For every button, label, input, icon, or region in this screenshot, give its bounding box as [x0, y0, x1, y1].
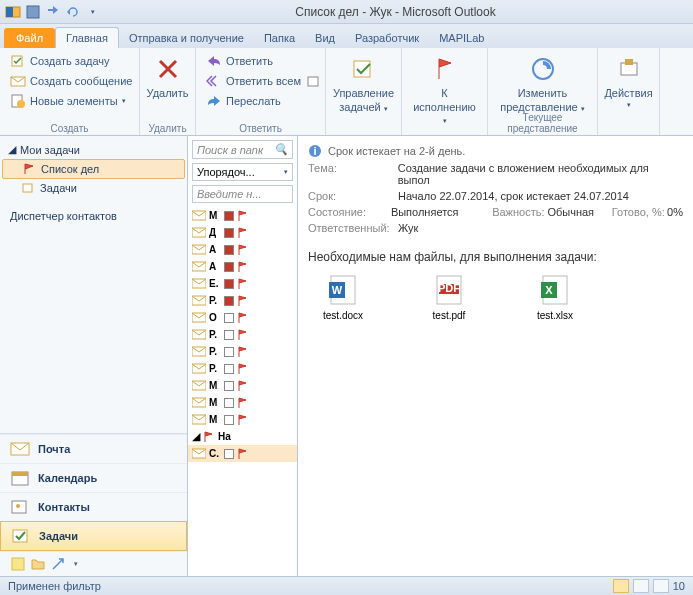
- folder-icon[interactable]: [30, 556, 46, 572]
- actions-button[interactable]: Действия ▾: [598, 51, 658, 111]
- task-row[interactable]: Р.: [188, 343, 297, 360]
- task-row[interactable]: М: [188, 394, 297, 411]
- flag-icon[interactable]: [237, 329, 249, 341]
- flag-icon[interactable]: [237, 414, 249, 426]
- task-row[interactable]: Д: [188, 224, 297, 241]
- new-task-input[interactable]: Введите н...: [192, 185, 293, 203]
- attachment-word[interactable]: Wtest.docx: [308, 274, 378, 321]
- ribbon-group-followup: К исполнению ▾: [402, 48, 488, 135]
- send-receive-icon[interactable]: [44, 3, 62, 21]
- task-row[interactable]: А: [188, 258, 297, 275]
- category-chip[interactable]: [224, 364, 234, 374]
- field-due: Срок:Начало 22.07.2014, срок истекает 24…: [308, 188, 683, 204]
- manage-task-button[interactable]: Управление задачей ▾: [327, 51, 400, 115]
- task-subject: Е.: [209, 278, 221, 289]
- category-chip[interactable]: [224, 296, 234, 306]
- svg-text:W: W: [332, 284, 343, 296]
- category-chip[interactable]: [224, 415, 234, 425]
- tab-home[interactable]: Главная: [55, 27, 119, 48]
- reply-button[interactable]: Ответить: [202, 51, 319, 71]
- svg-point-6: [17, 100, 25, 108]
- calendar-icon: [10, 470, 30, 486]
- meeting-icon[interactable]: [305, 73, 321, 89]
- new-message-button[interactable]: Создать сообщение: [6, 71, 133, 91]
- tab-file[interactable]: Файл: [4, 28, 55, 48]
- flag-icon[interactable]: [237, 363, 249, 375]
- task-row[interactable]: М: [188, 377, 297, 394]
- reply-all-button[interactable]: Ответить всем: [202, 71, 319, 91]
- flag-icon[interactable]: [237, 244, 249, 256]
- category-chip[interactable]: [224, 313, 234, 323]
- flag-icon[interactable]: [237, 278, 249, 290]
- category-chip[interactable]: [224, 211, 234, 221]
- task-row[interactable]: М: [188, 411, 297, 428]
- task-row[interactable]: О: [188, 309, 297, 326]
- delete-button[interactable]: Удалить: [141, 51, 195, 101]
- nav-mod-tasks[interactable]: Задачи: [0, 521, 187, 551]
- save-icon[interactable]: [24, 3, 42, 21]
- view-reading-button[interactable]: [633, 579, 649, 593]
- mail-icon: [10, 73, 26, 89]
- task-row[interactable]: С.: [188, 445, 297, 462]
- flag-icon[interactable]: [237, 346, 249, 358]
- nav-mod-contacts[interactable]: Контакты: [0, 492, 187, 521]
- task-subject: А: [209, 261, 221, 272]
- nav-item-todo-list[interactable]: Список дел: [2, 159, 185, 179]
- sort-button[interactable]: Упорядоч...▾: [192, 163, 293, 181]
- tab-folder[interactable]: Папка: [254, 28, 305, 48]
- task-row[interactable]: Е.: [188, 275, 297, 292]
- status-right: 10: [613, 579, 685, 593]
- flag-icon[interactable]: [237, 210, 249, 222]
- followup-button[interactable]: К исполнению ▾: [407, 51, 482, 127]
- view-list-button[interactable]: [653, 579, 669, 593]
- nav-header-my-tasks[interactable]: ◢Мои задачи: [2, 140, 185, 159]
- tab-send-receive[interactable]: Отправка и получение: [119, 28, 254, 48]
- forward-button[interactable]: Переслать: [202, 91, 319, 111]
- flag-icon[interactable]: [237, 227, 249, 239]
- notes-icon[interactable]: [10, 556, 26, 572]
- qat-customize-icon[interactable]: ▾: [84, 3, 102, 21]
- task-row[interactable]: Р.: [188, 360, 297, 377]
- category-chip[interactable]: [224, 398, 234, 408]
- nav-mod-mail[interactable]: Почта: [0, 434, 187, 463]
- category-chip[interactable]: [224, 279, 234, 289]
- attachment-pdf[interactable]: PDFtest.pdf: [414, 274, 484, 321]
- category-chip[interactable]: [224, 381, 234, 391]
- new-items-button[interactable]: Новые элементы ▾: [6, 91, 133, 111]
- task-row[interactable]: Р.: [188, 326, 297, 343]
- tab-developer[interactable]: Разработчик: [345, 28, 429, 48]
- flag-icon[interactable]: [237, 312, 249, 324]
- category-chip[interactable]: [224, 330, 234, 340]
- undo-icon[interactable]: [64, 3, 82, 21]
- flag-icon[interactable]: [237, 448, 249, 460]
- shortcuts-icon[interactable]: [50, 556, 66, 572]
- svg-rect-2: [27, 6, 39, 18]
- flag-icon[interactable]: [237, 261, 249, 273]
- new-task-button[interactable]: Создать задачу: [6, 51, 133, 71]
- tab-view[interactable]: Вид: [305, 28, 345, 48]
- category-chip[interactable]: [224, 262, 234, 272]
- change-view-button[interactable]: Изменить представление ▾: [494, 51, 590, 115]
- task-row[interactable]: А: [188, 241, 297, 258]
- category-chip[interactable]: [224, 228, 234, 238]
- view-normal-button[interactable]: [613, 579, 629, 593]
- nav-item-tasks[interactable]: Задачи: [2, 179, 185, 197]
- attachment-excel[interactable]: Xtest.xlsx: [520, 274, 590, 321]
- flag-icon[interactable]: [237, 380, 249, 392]
- category-chip[interactable]: [224, 347, 234, 357]
- configure-icon[interactable]: ▾: [70, 556, 86, 572]
- flag-icon[interactable]: [237, 397, 249, 409]
- contacts-icon: [10, 499, 30, 515]
- category-chip[interactable]: [224, 245, 234, 255]
- mail-icon: [192, 329, 206, 340]
- task-group-header[interactable]: ◢На: [188, 428, 297, 445]
- nav-item-contact-manager[interactable]: Диспетчер контактов: [2, 207, 185, 225]
- category-chip[interactable]: [224, 449, 234, 459]
- search-input[interactable]: Поиск в папк🔍: [192, 140, 293, 159]
- task-row[interactable]: Р.: [188, 292, 297, 309]
- task-row[interactable]: М: [188, 207, 297, 224]
- tab-mapilab[interactable]: MAPILab: [429, 28, 494, 48]
- nav-mod-calendar[interactable]: Календарь: [0, 463, 187, 492]
- new-items-icon: [10, 93, 26, 109]
- flag-icon[interactable]: [237, 295, 249, 307]
